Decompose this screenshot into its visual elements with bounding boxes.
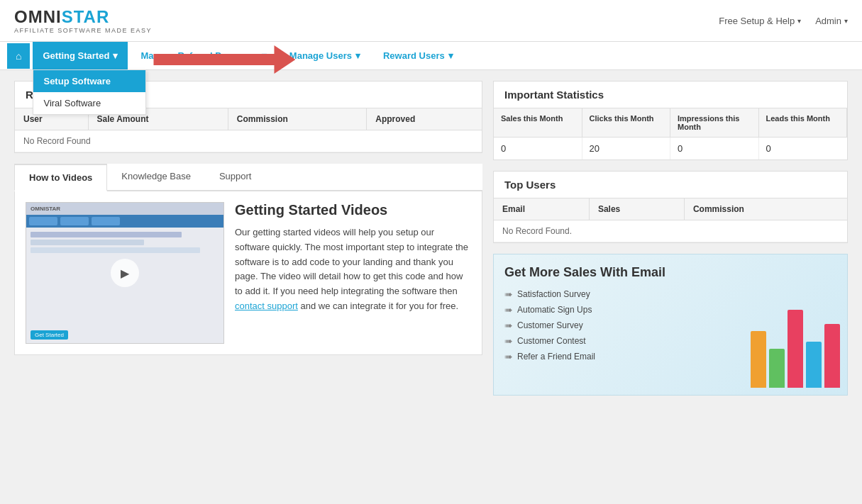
- promo-arrow-icon: ➠: [504, 320, 513, 331]
- top-users-no-record: No Record Found.: [494, 220, 847, 242]
- stat-header-impressions: Impressions this Month: [670, 108, 759, 138]
- table-row: No Record Found.: [494, 220, 847, 242]
- main-content: Recent Commissions User Sale Amount Comm…: [0, 70, 862, 406]
- tab-support-label: Support: [219, 171, 252, 181]
- admin-caret: ▾: [844, 17, 848, 25]
- top-users-header-row: Email Sales Commission: [494, 198, 847, 220]
- stat-value-sales: 0: [494, 138, 582, 159]
- header-right: Free Setup & Help ▾ Admin ▾: [719, 16, 848, 26]
- thumb-nav: [26, 215, 223, 228]
- bar-chart: [751, 310, 840, 388]
- left-column: Recent Commissions User Sale Amount Comm…: [14, 81, 482, 396]
- thumb-row: [31, 232, 182, 237]
- col-commission: Commission: [684, 198, 847, 220]
- thumb-nav-item: [29, 217, 57, 225]
- tab-knowledge-base-label: Knowledge Base: [121, 171, 191, 181]
- promo-item-label: Satisfaction Survey: [517, 289, 590, 299]
- bar-1: [751, 331, 766, 388]
- free-setup-link[interactable]: Free Setup & Help ▾: [719, 16, 801, 26]
- promo-item-label: Customer Contest: [517, 336, 586, 346]
- stat-header-leads: Leads this Month: [759, 108, 848, 138]
- stats-grid: Sales this Month Clicks this Month Impre…: [494, 108, 847, 159]
- stat-value-impressions: 0: [670, 138, 759, 159]
- logo-tagline: AFFILIATE SOFTWARE MADE EASY: [14, 27, 152, 34]
- thumb-header: OMNISTAR: [26, 203, 223, 215]
- table-row: No Record Found: [15, 130, 482, 152]
- setup-software-item[interactable]: Setup Software: [33, 70, 145, 92]
- bar-5: [824, 324, 840, 388]
- arrow-graphic: [153, 45, 295, 74]
- nav-getting-started-caret: ▾: [113, 50, 118, 61]
- top-users-card: Top Users Email Sales Commission No Reco…: [493, 171, 848, 243]
- no-record-cell: No Record Found: [15, 130, 482, 152]
- important-stats-card: Important Statistics Sales this Month Cl…: [493, 81, 848, 160]
- getting-started-menu: Setup Software Viral Software: [33, 69, 146, 115]
- thumb-cta-btn: Get Started: [31, 330, 68, 340]
- top-users-table: Email Sales Commission No Record Found.: [494, 198, 847, 242]
- col-commission: Commission: [228, 108, 366, 130]
- stat-value-leads: 0: [759, 138, 848, 159]
- thumb-logo: OMNISTAR: [31, 206, 60, 212]
- nav-manage-users-label: Manage Users: [289, 50, 352, 61]
- thumb-nav-item: [92, 217, 120, 225]
- video-description: Getting Started Videos Our getting start…: [235, 202, 471, 344]
- stat-header-sales: Sales this Month: [494, 108, 582, 138]
- promo-arrow-icon: ➠: [504, 304, 513, 315]
- tab-how-to-videos[interactable]: How to Videos: [14, 164, 107, 191]
- bar-4: [806, 342, 822, 388]
- admin-label: Admin: [815, 16, 841, 26]
- important-stats-title: Important Statistics: [494, 82, 847, 108]
- nav-getting-started[interactable]: Getting Started ▾: [33, 42, 128, 69]
- thumb-row: [31, 240, 144, 245]
- tabs-bar: How to Videos Knowledge Base Support: [14, 164, 482, 191]
- video-thumbnail: OMNISTAR ▶ Get Started: [26, 202, 224, 344]
- nav-reward-users-label: Reward Users: [383, 50, 445, 61]
- help-caret: ▾: [797, 17, 801, 25]
- right-column: Important Statistics Sales this Month Cl…: [493, 81, 848, 396]
- video-section-title: Getting Started Videos: [235, 202, 471, 218]
- tab-knowledge-base[interactable]: Knowledge Base: [107, 164, 205, 191]
- tab-content: OMNISTAR ▶ Get Started: [14, 191, 482, 355]
- contact-support-link[interactable]: contact support: [235, 301, 298, 311]
- viral-software-item[interactable]: Viral Software: [33, 92, 145, 114]
- logo-area: OMNISTAR AFFILIATE SOFTWARE MADE EASY: [14, 7, 152, 34]
- free-setup-label: Free Setup & Help: [719, 16, 795, 26]
- nav-reward-users[interactable]: Reward Users ▾: [373, 42, 463, 69]
- nav-getting-started-label: Getting Started: [43, 50, 109, 61]
- promo-arrow-icon: ➠: [504, 289, 513, 300]
- video-text: Our getting started videos will help you…: [235, 225, 471, 314]
- recent-commissions-table: User Sale Amount Commission Approved No …: [15, 108, 482, 152]
- col-email: Email: [494, 198, 589, 220]
- promo-item-label: Customer Survey: [517, 320, 583, 330]
- arrow-shape: [153, 45, 295, 74]
- promo-item: ➠ Satisfaction Survey: [504, 289, 836, 300]
- promo-item-label: Refer a Friend Email: [517, 352, 595, 362]
- logo: OMNISTAR: [14, 7, 152, 27]
- nav-reward-users-caret: ▾: [448, 50, 453, 61]
- stat-header-clicks: Clicks this Month: [582, 108, 671, 138]
- promo-arrow-icon: ➠: [504, 335, 513, 347]
- thumb-bottom: Get Started: [31, 328, 219, 340]
- video-description-end: and we can integrate it for you for free…: [301, 301, 459, 311]
- play-button[interactable]: ▶: [111, 259, 139, 287]
- setup-software-label: Setup Software: [43, 76, 111, 86]
- admin-link[interactable]: Admin ▾: [815, 16, 848, 26]
- header: OMNISTAR AFFILIATE SOFTWARE MADE EASY Fr…: [0, 0, 862, 42]
- thumb-nav-item: [60, 217, 89, 225]
- thumb-row: [31, 247, 200, 253]
- tab-support[interactable]: Support: [205, 164, 266, 191]
- viral-software-label: Viral Software: [43, 98, 101, 108]
- promo-title: Get More Sales With Email: [504, 265, 836, 280]
- bar-3: [788, 310, 803, 388]
- promo-item-label: Automatic Sign Ups: [517, 305, 592, 315]
- home-button[interactable]: ⌂: [7, 43, 30, 69]
- nav-manage-users-caret: ▾: [355, 50, 360, 61]
- getting-started-dropdown: Getting Started ▾ Setup Software Viral S…: [33, 42, 128, 69]
- promo-arrow-icon: ➠: [504, 351, 513, 362]
- promo-card: Get More Sales With Email ➠ Satisfaction…: [493, 254, 848, 396]
- thumb-content: [26, 228, 223, 259]
- tab-how-to-videos-label: How to Videos: [29, 172, 92, 183]
- col-sales: Sales: [589, 198, 684, 220]
- navbar: ⌂ Getting Started ▾ Setup Software Viral…: [0, 42, 862, 70]
- tabs-container: How to Videos Knowledge Base Support OMN…: [14, 164, 482, 355]
